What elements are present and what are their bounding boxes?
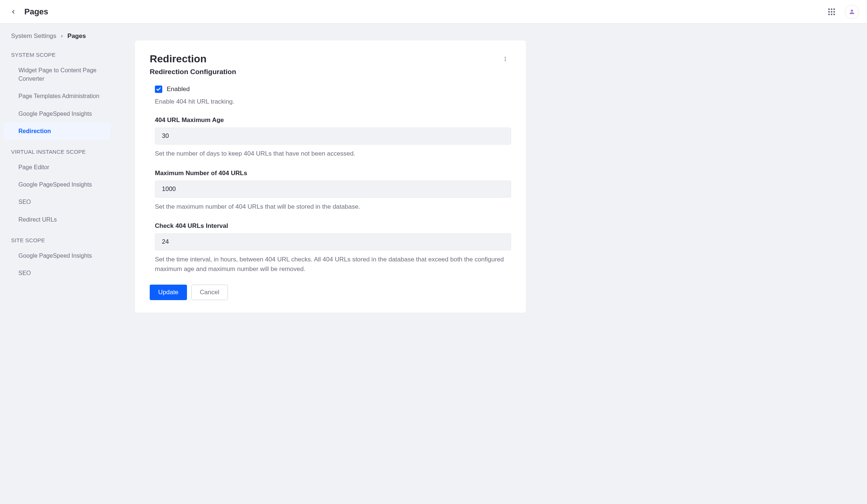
nav-list-site: Google PageSpeed Insights SEO [4, 247, 111, 287]
user-avatar-button[interactable] [845, 5, 859, 19]
breadcrumb-current: Pages [67, 32, 86, 40]
sidebar-item-redirect-urls[interactable]: Redirect URLs [4, 211, 111, 228]
enabled-label[interactable]: Enabled [167, 86, 190, 93]
card-title: Redirection [150, 53, 236, 65]
card-actions-button[interactable] [499, 53, 511, 65]
back-button[interactable] [7, 6, 19, 18]
scope-label-site: SITE SCOPE [4, 233, 111, 247]
max-urls-input[interactable] [155, 181, 511, 198]
user-icon [849, 8, 855, 15]
topbar: Pages [0, 0, 867, 24]
main-content: Redirection Redirection Configuration En… [114, 24, 867, 504]
dots-vertical-icon [502, 56, 508, 62]
sidebar-item-page-templates-admin[interactable]: Page Templates Administration [4, 87, 111, 105]
scope-label-system: SYSTEM SCOPE [4, 48, 111, 62]
breadcrumb-parent[interactable]: System Settings [11, 32, 56, 40]
nav-list-virtual-instance: Page Editor Google PageSpeed Insights SE… [4, 159, 111, 233]
sidebar-item-seo-site[interactable]: SEO [4, 264, 111, 282]
form-section: Enabled Enable 404 hit URL tracking. 404… [150, 86, 511, 300]
field-max-urls: Maximum Number of 404 URLs Set the maxim… [155, 170, 511, 212]
apps-grid-icon [828, 8, 835, 15]
breadcrumb: System Settings Pages [4, 31, 111, 48]
update-button[interactable]: Update [150, 285, 187, 300]
apps-menu-button[interactable] [825, 5, 838, 18]
sidebar-item-redirection[interactable]: Redirection [4, 122, 111, 140]
max-age-help: Set the number of days to keep 404 URLs … [155, 149, 511, 159]
interval-label: Check 404 URLs Interval [155, 222, 511, 230]
nav-list-system: Widget Page to Content Page Converter Pa… [4, 62, 111, 145]
sidebar-item-widget-page-converter[interactable]: Widget Page to Content Page Converter [4, 62, 111, 87]
scope-label-virtual-instance: VIRTUAL INSTANCE SCOPE [4, 145, 111, 159]
enabled-checkbox[interactable] [155, 86, 162, 93]
enabled-checkbox-row: Enabled [155, 86, 511, 93]
sidebar-item-page-editor[interactable]: Page Editor [4, 159, 111, 176]
sidebar-item-seo-virtual[interactable]: SEO [4, 193, 111, 211]
page-title: Pages [24, 7, 48, 17]
topbar-left: Pages [7, 6, 48, 18]
page-body: System Settings Pages SYSTEM SCOPE Widge… [0, 24, 867, 504]
max-urls-label: Maximum Number of 404 URLs [155, 170, 511, 177]
sidebar-item-google-pagespeed-system[interactable]: Google PageSpeed Insights [4, 105, 111, 122]
cancel-button[interactable]: Cancel [191, 285, 228, 300]
max-urls-help: Set the maximum number of 404 URLs that … [155, 202, 511, 212]
sidebar-item-google-pagespeed-virtual[interactable]: Google PageSpeed Insights [4, 176, 111, 193]
chevron-left-icon [10, 9, 16, 15]
check-icon [156, 87, 161, 92]
field-max-age: 404 URL Maximum Age Set the number of da… [155, 117, 511, 159]
button-row: Update Cancel [150, 285, 511, 300]
card-subtitle: Redirection Configuration [150, 68, 236, 76]
settings-card: Redirection Redirection Configuration En… [135, 41, 526, 313]
sidebar: System Settings Pages SYSTEM SCOPE Widge… [0, 24, 114, 504]
sidebar-item-google-pagespeed-site[interactable]: Google PageSpeed Insights [4, 247, 111, 264]
card-header: Redirection Redirection Configuration [150, 53, 511, 84]
svg-point-0 [505, 57, 506, 58]
svg-point-1 [505, 59, 506, 60]
max-age-label: 404 URL Maximum Age [155, 117, 511, 124]
field-interval: Check 404 URLs Interval Set the time int… [155, 222, 511, 274]
chevron-right-icon [60, 32, 64, 40]
svg-point-2 [505, 60, 506, 61]
max-age-input[interactable] [155, 128, 511, 145]
topbar-right [825, 5, 859, 19]
interval-help: Set the time interval, in hours, between… [155, 255, 511, 274]
enabled-help: Enable 404 hit URL tracking. [155, 98, 511, 105]
interval-input[interactable] [155, 233, 511, 250]
